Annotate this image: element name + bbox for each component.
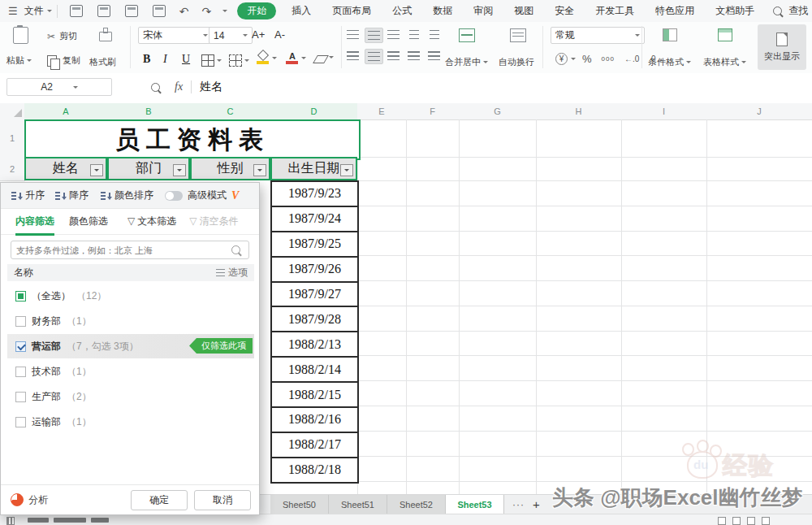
date-cell[interactable]: 1988/2/18 bbox=[272, 458, 357, 482]
col-header-b[interactable]: B bbox=[107, 103, 191, 121]
align-top-button[interactable] bbox=[344, 28, 361, 41]
col-header-f[interactable]: F bbox=[406, 103, 460, 120]
checkbox-unchecked[interactable] bbox=[15, 392, 26, 402]
tab-formulas[interactable]: 公式 bbox=[392, 4, 412, 18]
ok-button[interactable]: 确定 bbox=[131, 490, 188, 510]
normal-view-icon[interactable] bbox=[718, 517, 726, 525]
filter-dropdown-department[interactable] bbox=[173, 164, 186, 176]
file-menu[interactable]: 文件 bbox=[24, 4, 44, 18]
filter-item-operations[interactable]: 营运部 （7，勾选 3项） 仅筛选此项 bbox=[7, 334, 254, 358]
date-cell[interactable]: 1987/9/25 bbox=[272, 232, 357, 258]
hamburger-icon[interactable]: ☰ bbox=[8, 5, 18, 17]
increase-font-icon[interactable]: A+ bbox=[252, 28, 265, 41]
col-header-a[interactable]: A bbox=[24, 103, 108, 121]
date-cell[interactable]: 1988/2/13 bbox=[272, 332, 357, 358]
advanced-mode-toggle[interactable] bbox=[165, 191, 183, 201]
checkbox-indeterminate[interactable] bbox=[15, 291, 26, 302]
date-cell[interactable]: 1987/9/23 bbox=[272, 182, 357, 207]
select-all-corner[interactable] bbox=[0, 103, 25, 120]
filter-item-finance[interactable]: 财务部 （1） bbox=[7, 309, 254, 333]
export-icon[interactable] bbox=[97, 5, 110, 17]
decrease-font-icon[interactable]: A- bbox=[274, 28, 285, 41]
font-name-select[interactable]: 宋体 bbox=[138, 27, 213, 44]
paste-button[interactable]: 粘贴 bbox=[6, 54, 32, 67]
table-title-cell[interactable]: 员工资料表 bbox=[24, 119, 361, 160]
macro-status-icon[interactable] bbox=[6, 517, 15, 525]
header-cell-birthdate[interactable]: 出生日期 bbox=[270, 157, 357, 180]
align-center-button[interactable] bbox=[365, 49, 383, 64]
tab-special-apps[interactable]: 特色应用 bbox=[655, 4, 694, 18]
row-header-1[interactable]: 1 bbox=[0, 119, 25, 158]
col-header-j[interactable]: J bbox=[706, 103, 812, 120]
underline-button[interactable]: U bbox=[182, 53, 190, 66]
page-layout-view-icon[interactable] bbox=[732, 517, 741, 525]
tab-content-filter[interactable]: 内容筛选 bbox=[15, 215, 54, 236]
draw-border-button[interactable] bbox=[229, 54, 249, 67]
thousands-separator-icon[interactable]: 000 bbox=[602, 55, 615, 63]
header-cell-department[interactable]: 部门 bbox=[107, 157, 190, 180]
increase-indent-button[interactable] bbox=[425, 28, 443, 41]
clear-filter-button[interactable]: 清空条件 bbox=[199, 215, 238, 228]
justify-button[interactable] bbox=[405, 49, 422, 63]
filter-dropdown-gender[interactable] bbox=[253, 164, 266, 176]
date-cell[interactable]: 1988/2/17 bbox=[272, 433, 357, 458]
filter-item-transport[interactable]: 运输部 （1） bbox=[7, 410, 254, 434]
find-label[interactable]: 查找 bbox=[788, 4, 808, 18]
tab-security[interactable]: 安全 bbox=[555, 4, 574, 18]
formula-content[interactable]: 姓名 bbox=[200, 80, 222, 94]
tab-page-layout[interactable]: 页面布局 bbox=[332, 4, 371, 18]
paste-icon[interactable] bbox=[13, 27, 28, 44]
save-icon[interactable] bbox=[70, 5, 83, 17]
filter-item-technology[interactable]: 技术部 （1） bbox=[7, 359, 254, 384]
conditional-format-icon[interactable] bbox=[663, 28, 677, 41]
analyze-button[interactable]: 分析 bbox=[28, 493, 48, 507]
zoom-formula-icon[interactable] bbox=[151, 83, 160, 92]
date-cell[interactable]: 1988/2/15 bbox=[272, 383, 357, 408]
redo-icon[interactable]: ↷ bbox=[201, 5, 211, 18]
tab-doc-assistant[interactable]: 文档助手 bbox=[715, 4, 754, 18]
filter-only-this-button[interactable]: 仅筛选此项 bbox=[189, 338, 253, 354]
sort-ascending-button[interactable]: 升序 bbox=[25, 189, 45, 202]
filter-dropdown-birthdate[interactable] bbox=[340, 164, 353, 176]
search-icon[interactable] bbox=[773, 7, 782, 15]
col-header-g[interactable]: G bbox=[459, 103, 537, 120]
conditional-format-button[interactable]: 条件格式 bbox=[648, 56, 691, 68]
search-icon[interactable] bbox=[231, 245, 240, 254]
sort-by-color-button[interactable]: 颜色排序 bbox=[114, 189, 153, 202]
decrease-indent-button[interactable] bbox=[405, 28, 422, 41]
preview-icon[interactable] bbox=[153, 5, 166, 17]
highlight-button[interactable]: 突出显示 bbox=[758, 24, 806, 70]
insert-function-icon[interactable]: fx bbox=[175, 80, 183, 93]
tab-home[interactable]: 开始 bbox=[237, 2, 276, 20]
advanced-mode-label[interactable]: 高级模式 bbox=[188, 189, 227, 202]
align-middle-button[interactable] bbox=[365, 28, 383, 43]
tab-text-filter[interactable]: 文本筛选 bbox=[137, 215, 176, 228]
sheet-tab-active[interactable]: Sheet53 bbox=[446, 495, 504, 514]
align-right-button[interactable] bbox=[385, 49, 402, 63]
wrap-text-button[interactable]: 自动换行 bbox=[499, 56, 534, 68]
date-cell[interactable]: 1988/2/14 bbox=[272, 358, 357, 383]
col-header-c[interactable]: C bbox=[190, 103, 271, 121]
checkbox-checked[interactable] bbox=[15, 341, 26, 352]
filter-search-input[interactable] bbox=[11, 245, 231, 255]
reading-view-icon[interactable] bbox=[762, 517, 770, 525]
sort-descending-button[interactable]: 降序 bbox=[69, 189, 89, 202]
checkbox-unchecked[interactable] bbox=[15, 316, 26, 327]
options-button[interactable]: 选项 bbox=[216, 266, 248, 280]
align-left-button[interactable] bbox=[344, 49, 361, 63]
cancel-button[interactable]: 取消 bbox=[194, 490, 251, 510]
bold-button[interactable]: B bbox=[143, 53, 150, 66]
filter-item-production[interactable]: 生产部 （2） bbox=[7, 384, 254, 409]
name-box[interactable]: A2 bbox=[6, 78, 112, 96]
tab-view[interactable]: 视图 bbox=[514, 4, 533, 18]
sheet-tab[interactable]: Sheet52 bbox=[387, 495, 446, 514]
italic-button[interactable]: I bbox=[163, 53, 167, 66]
header-cell-name[interactable]: 姓名 bbox=[24, 157, 107, 180]
date-cell[interactable]: 1987/9/27 bbox=[272, 283, 357, 308]
cut-button[interactable]: ✂ 剪切 bbox=[47, 30, 77, 42]
print-icon[interactable] bbox=[125, 5, 138, 17]
tab-insert[interactable]: 插入 bbox=[292, 4, 311, 18]
col-header-h[interactable]: H bbox=[536, 103, 622, 120]
copy-button[interactable]: 复制 bbox=[47, 54, 80, 67]
number-format-select[interactable]: 常规 bbox=[551, 27, 645, 44]
